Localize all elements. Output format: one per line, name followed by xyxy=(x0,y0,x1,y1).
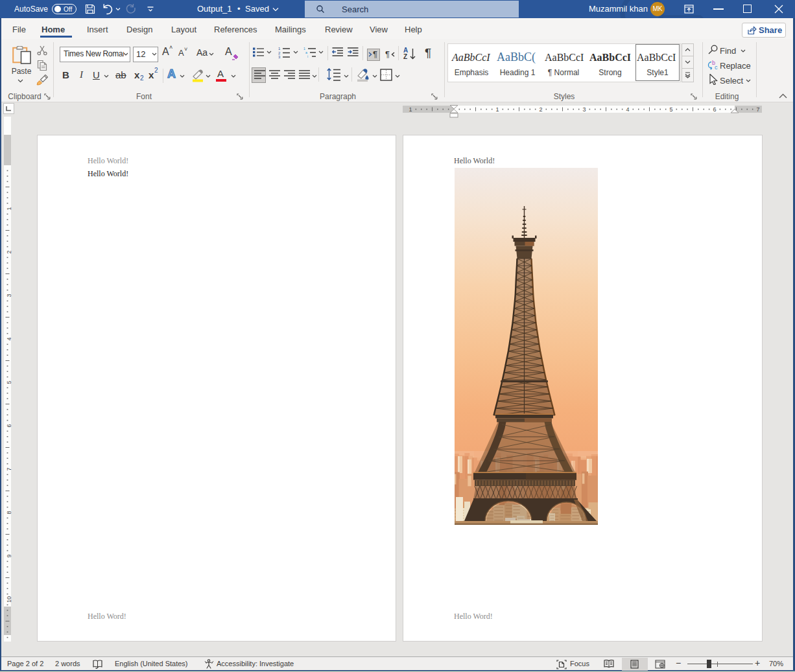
svg-text:7: 7 xyxy=(756,106,759,113)
svg-text:3: 3 xyxy=(6,294,12,297)
svg-text:4: 4 xyxy=(6,337,12,340)
svg-text:1: 1 xyxy=(495,106,499,113)
svg-text:2: 2 xyxy=(278,51,281,55)
svg-text:3: 3 xyxy=(278,55,281,58)
svg-text:5: 5 xyxy=(6,380,12,384)
svg-text:c: c xyxy=(715,64,718,71)
svg-text:8: 8 xyxy=(6,511,12,514)
svg-text:10: 10 xyxy=(6,596,12,603)
svg-text:1: 1 xyxy=(278,47,281,51)
svg-text:6: 6 xyxy=(713,106,716,113)
svg-text:1: 1 xyxy=(6,207,12,210)
svg-text:1: 1 xyxy=(409,106,412,113)
svg-text:6: 6 xyxy=(6,424,12,427)
svg-text:2: 2 xyxy=(539,106,542,113)
svg-text:5: 5 xyxy=(669,106,672,113)
svg-text:9: 9 xyxy=(6,554,12,557)
svg-text:i: i xyxy=(307,54,308,58)
svg-text:7: 7 xyxy=(6,467,12,470)
svg-text:3: 3 xyxy=(582,106,586,113)
svg-text:4: 4 xyxy=(626,106,629,113)
svg-text:2: 2 xyxy=(6,250,12,253)
